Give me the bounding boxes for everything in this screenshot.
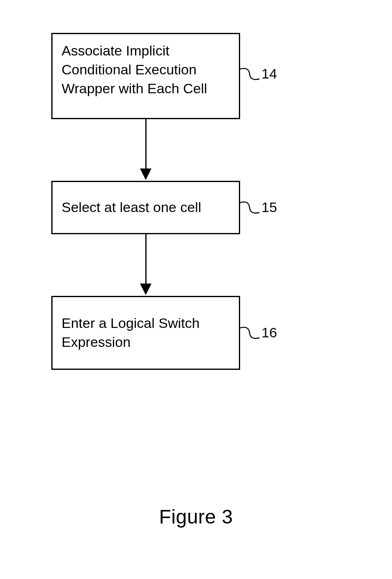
- step-label-3: 16: [261, 325, 277, 341]
- step-box-1: Associate Implicit Conditional Execution…: [51, 33, 240, 119]
- step-text-1: Associate Implicit Conditional Execution…: [62, 43, 207, 96]
- connector-curve-3: [240, 325, 260, 341]
- step-text-2: Select at least one cell: [62, 198, 201, 217]
- step-box-3: Enter a Logical Switch Expression: [51, 296, 240, 370]
- figure-caption: Figure 3: [159, 505, 233, 528]
- step-label-2: 15: [261, 199, 277, 215]
- step-label-1: 14: [261, 66, 277, 82]
- step-box-2: Select at least one cell: [51, 181, 240, 234]
- arrow-1: [51, 119, 240, 181]
- arrow-2: [51, 234, 240, 296]
- flowchart-container: Associate Implicit Conditional Execution…: [51, 33, 240, 370]
- connector-curve-2: [240, 199, 260, 216]
- step-text-3: Enter a Logical Switch Expression: [62, 314, 230, 352]
- connector-curve-1: [240, 66, 260, 82]
